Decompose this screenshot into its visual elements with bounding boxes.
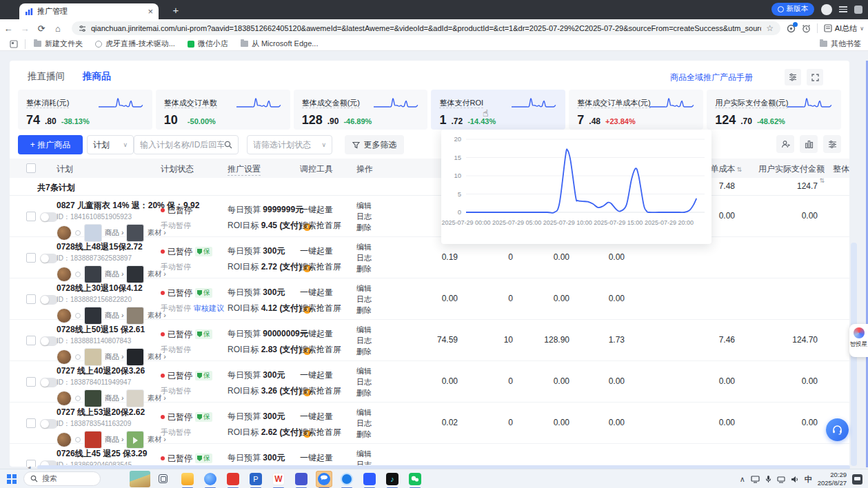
extension-icon[interactable] [787, 24, 796, 33]
search-input[interactable]: 输入计划名称/ID后回车搜索 [134, 135, 239, 154]
delete-link[interactable]: 删除 [356, 263, 372, 274]
product-link[interactable]: 商品 › [105, 270, 123, 279]
back-icon[interactable]: ← [0, 23, 17, 34]
bookmark-item[interactable]: 虎牙直播-技术驱动... [95, 39, 175, 49]
tray-display-icon[interactable] [751, 476, 760, 483]
search-top-screen-link[interactable]: 搜索抢首屏 [300, 261, 341, 273]
row-checkbox[interactable] [26, 336, 36, 345]
plan-type-select[interactable]: 计划∨ [87, 135, 134, 154]
one-key-boost-link[interactable]: 一键起量 [300, 369, 341, 381]
task-view-button[interactable] [159, 474, 168, 483]
log-link[interactable]: 日志 [356, 335, 372, 346]
url-bar[interactable]: qianchuan.jinritemai.com/uni-prom?aavid=… [72, 21, 780, 35]
log-link[interactable]: 日志 [356, 252, 372, 263]
filter-settings-icon[interactable] [823, 135, 841, 153]
reading-list-icon[interactable] [10, 40, 18, 48]
product-link[interactable]: 商品 › [105, 394, 123, 403]
tab-products[interactable]: 推商品 [83, 70, 111, 83]
log-link[interactable]: 日志 [356, 211, 372, 222]
taskbar-app-wps[interactable]: W [270, 471, 287, 487]
one-key-boost-link[interactable]: 一键起量 [300, 245, 341, 257]
forward-icon[interactable]: → [17, 23, 33, 34]
delete-link[interactable]: 删除 [356, 429, 372, 440]
delete-link[interactable]: 删除 [356, 346, 372, 357]
taskbar-app-indigo[interactable] [293, 471, 310, 487]
row-toggle[interactable] [40, 378, 58, 387]
search-top-screen-link[interactable]: 搜索抢首屏 [300, 385, 341, 397]
tray-volume-icon[interactable] [791, 476, 799, 483]
card-gmv[interactable]: 整体成交金额(元) 128.90-46.89% [294, 90, 428, 130]
search-top-screen-link[interactable]: 搜索抢首屏 [300, 220, 341, 232]
product-link[interactable]: 商品 › [105, 311, 123, 321]
delete-link[interactable]: 删除 [356, 222, 372, 233]
edit-link[interactable]: 编辑 [356, 241, 372, 252]
one-key-boost-link[interactable]: 一键起量 [300, 411, 341, 423]
edit-link[interactable]: 编辑 [356, 200, 372, 211]
taskbar-app-wechat[interactable] [407, 471, 423, 487]
search-icon[interactable] [224, 141, 232, 149]
row-toggle[interactable] [40, 295, 58, 305]
tray-network-icon[interactable] [777, 476, 785, 483]
promote-product-button[interactable]: + 推广商品 [18, 135, 83, 154]
one-key-boost-link[interactable]: 一键起量 [300, 328, 341, 340]
new-tab-button[interactable]: + [168, 3, 183, 18]
taskbar-app-browser[interactable] [202, 471, 219, 487]
clock[interactable]: 20:292025/8/27 [818, 471, 847, 487]
search-top-screen-link[interactable]: 搜索抢首屏 [300, 303, 341, 314]
review-suggestion-link[interactable]: 审核建议 [194, 304, 224, 312]
custom-audience-icon[interactable] [776, 135, 794, 153]
select-all-checkbox[interactable] [26, 163, 36, 173]
search-top-screen-link[interactable]: 搜索抢首屏 [300, 344, 341, 356]
browser-tab[interactable]: 推广管理 × [19, 3, 159, 19]
row-checkbox[interactable] [26, 418, 36, 428]
taskbar-app-file-explorer[interactable] [179, 471, 196, 487]
more-filters-button[interactable]: 更多筛选 [345, 135, 404, 154]
help-headset-button[interactable] [826, 418, 849, 441]
ai-summary-button[interactable]: AI总结 ∨ [824, 23, 864, 34]
card-user-paid[interactable]: 用户实际支付金额(元) 124.70-48.62% [707, 90, 841, 130]
settings-sliders-icon[interactable] [785, 69, 801, 85]
taskbar-search[interactable]: 搜索 [23, 471, 101, 486]
start-button[interactable] [7, 474, 17, 484]
edit-link[interactable]: 编辑 [356, 365, 372, 376]
notification-icon[interactable] [852, 474, 862, 485]
custom-columns-icon[interactable] [800, 135, 818, 153]
other-bookmarks[interactable]: 其他书签 [820, 39, 861, 49]
tray-mic-icon[interactable] [765, 475, 771, 483]
one-key-boost-link[interactable]: 一键起量 [300, 452, 341, 464]
edit-link[interactable]: 编辑 [356, 324, 372, 335]
new-version-badge[interactable]: 新版本 [771, 3, 815, 16]
one-key-boost-link[interactable]: 一键起量 [300, 204, 341, 216]
taskbar-app-office[interactable]: P [248, 471, 264, 487]
home-icon[interactable]: ⌂ [50, 23, 66, 34]
tab-close-icon[interactable]: × [148, 7, 153, 16]
edit-link[interactable]: 编辑 [356, 407, 372, 418]
reload-icon[interactable]: ⟳ [33, 23, 50, 34]
search-top-screen-link[interactable]: 搜索抢首屏 [300, 427, 341, 438]
alarm-icon[interactable] [802, 24, 811, 33]
bookmark-item[interactable]: 新建文件夹 [34, 39, 83, 49]
row-toggle[interactable] [40, 419, 58, 429]
card-order-cost[interactable]: 整体成交订单成本(元) 7.48+23.84% [569, 90, 703, 130]
product-manual-link[interactable]: 商品全域推广产品手册 [670, 72, 753, 83]
row-checkbox[interactable] [26, 377, 36, 387]
one-key-boost-link[interactable]: 一键起量 [300, 287, 341, 298]
assistant-widget[interactable]: 智投星 [849, 324, 868, 357]
product-link[interactable]: 商品 › [105, 352, 123, 362]
card-total-cost[interactable]: 整体消耗(元) 74.80-38.13% [18, 90, 152, 130]
bookmark-item[interactable]: 微信小店 [188, 39, 228, 49]
plan-status-select[interactable]: 请筛选计划状态∨ [247, 135, 332, 154]
taskbar-app-red[interactable] [225, 471, 241, 487]
edit-link[interactable]: 编辑 [356, 283, 372, 294]
weather-widget[interactable] [130, 471, 150, 487]
log-link[interactable]: 日志 [356, 294, 372, 305]
ime-indicator[interactable]: 中 [805, 474, 812, 485]
card-pay-roi[interactable]: 整体支付ROI 1.72-14.43% [431, 90, 565, 130]
taskbar-app-tiktok[interactable]: ♪ [384, 471, 401, 487]
row-checkbox[interactable] [26, 294, 36, 304]
row-checkbox[interactable] [26, 212, 36, 221]
edit-link[interactable]: 编辑 [356, 448, 372, 459]
log-link[interactable]: 日志 [356, 418, 372, 429]
delete-link[interactable]: 删除 [356, 387, 372, 398]
log-link[interactable]: 日志 [356, 376, 372, 387]
